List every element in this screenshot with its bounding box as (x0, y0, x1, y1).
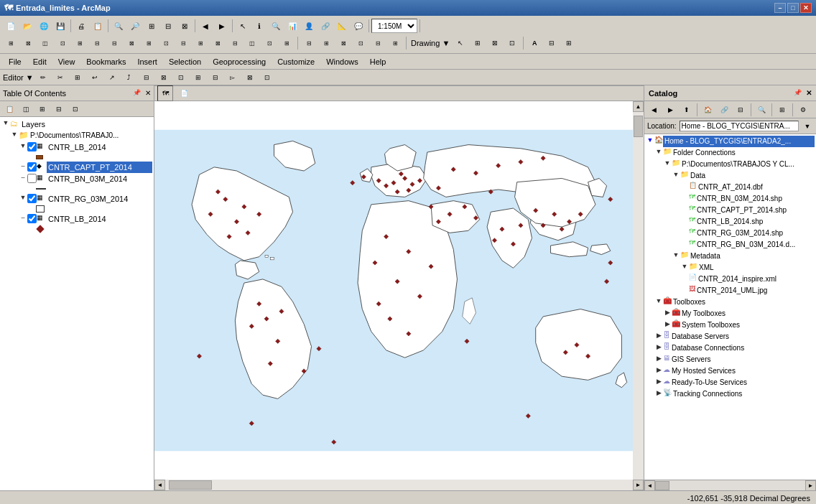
vscroll-up-btn[interactable]: ▲ (633, 101, 644, 112)
layoutview-btn[interactable]: 📄 (176, 85, 192, 101)
cat-home-btn[interactable]: 🏠 (700, 102, 715, 118)
tb2-btn2[interactable]: ⊠ (20, 35, 36, 51)
identify-button[interactable]: ℹ (251, 18, 267, 34)
cat-hosted-label[interactable]: My Hosted Services (670, 365, 815, 377)
hscroll-left-btn[interactable]: ◄ (154, 480, 165, 490)
draw-btn1[interactable]: ⊞ (470, 35, 486, 51)
close-button[interactable]: ✕ (800, 3, 812, 13)
tb2-btn8[interactable]: ⊠ (124, 35, 139, 51)
cat-rtu-expand[interactable]: ▶ (654, 378, 663, 385)
layer3-checkbox[interactable] (27, 174, 37, 183)
hscroll-thumb[interactable] (169, 480, 212, 490)
menu-insert[interactable]: Insert (131, 56, 163, 67)
hscroll-right-btn[interactable]: ► (633, 480, 644, 490)
cat-home-label[interactable]: Home - BLOG_TYCGIS\ENTRADA2_... (663, 136, 815, 147)
hyperlink-button[interactable]: 🔗 (317, 18, 333, 34)
cat-hosted-expand[interactable]: ▶ (654, 366, 663, 373)
cat-disconnect-btn[interactable]: ⊟ (733, 102, 748, 118)
tb2-btn10[interactable]: ⊡ (158, 35, 174, 51)
select-tool[interactable]: ↖ (235, 18, 251, 34)
tb2-btn23[interactable]: ⊞ (387, 35, 403, 51)
layer2-expand[interactable]: – (19, 162, 27, 169)
cat-dbs-label[interactable]: Database Servers (670, 331, 815, 342)
menu-view[interactable]: View (52, 56, 81, 67)
tb2-btn14[interactable]: ⊟ (227, 35, 243, 51)
layer2-checkbox[interactable] (27, 162, 37, 172)
cat-pf-expand[interactable]: ▼ (663, 159, 672, 167)
folder-expand[interactable]: ▼ (10, 131, 19, 138)
layers-expand[interactable]: ▼ (1, 119, 10, 126)
cat-view-btn[interactable]: ⊞ (774, 102, 790, 118)
cat-dbc-expand[interactable]: ▶ (654, 343, 663, 350)
cat-hscroll-left[interactable]: ◄ (644, 480, 655, 491)
toc-btn4[interactable]: ⊟ (51, 101, 67, 117)
cat-tb-expand[interactable]: ▼ (654, 297, 663, 304)
tb2-btn18[interactable]: ⊟ (301, 35, 317, 51)
layer5-label[interactable]: CNTR_LB_2014 (47, 213, 152, 225)
cat-gis-expand[interactable]: ▶ (654, 355, 663, 362)
tb2-btn20[interactable]: ⊠ (335, 35, 351, 51)
layer1-expand[interactable]: ▼ (19, 142, 27, 149)
cat-track-expand[interactable]: ▶ (654, 389, 663, 396)
cat-connect-btn[interactable]: 🔗 (716, 102, 732, 118)
menu-help[interactable]: Help (364, 56, 392, 67)
tb2-btn11[interactable]: ⊟ (175, 35, 191, 51)
toc-close-button[interactable]: ✕ (145, 89, 151, 97)
catalog-hscroll[interactable]: ◄ ► (644, 480, 816, 490)
layer1-label[interactable]: CNTR_LB_2014 (47, 141, 152, 153)
copy-button[interactable]: 📋 (90, 18, 106, 34)
f3-label[interactable]: CNTR_CAPT_PT_2014.shp (695, 205, 815, 216)
html-popup-button[interactable]: 💬 (351, 18, 366, 34)
catalog-pin-btn[interactable]: 📌 (794, 89, 802, 97)
layer2-label[interactable]: CNTR_CAPT_PT_2014 (47, 162, 152, 173)
draw-select[interactable]: ↖ (453, 35, 468, 51)
editor-btn13[interactable]: ⊠ (242, 70, 258, 85)
catalog-close-btn[interactable]: ✕ (806, 89, 812, 97)
cat-systb-label[interactable]: System Toolboxes (680, 319, 815, 331)
cat-dbc-label[interactable]: Database Connections (670, 342, 815, 354)
folder-label[interactable]: P:\Documentos\TRABAJ0... (29, 130, 152, 141)
cat-up-btn[interactable]: ⬆ (679, 102, 695, 118)
inspire-label[interactable]: CNTR_2014_inspire.xml (697, 274, 815, 285)
f1-label[interactable]: CNTR_AT_2014.dbf (697, 182, 815, 193)
editor-btn8[interactable]: ⊠ (156, 70, 172, 85)
minimize-button[interactable]: – (774, 3, 786, 13)
forward-button[interactable]: ▶ (214, 18, 230, 34)
zoom-extent-button[interactable]: ⊞ (144, 18, 159, 34)
layer4-expand[interactable]: ▼ (19, 194, 27, 201)
dataview-btn[interactable]: 🗺 (157, 85, 173, 101)
draw-text[interactable]: A (527, 35, 542, 51)
vscroll-thumb[interactable] (634, 116, 643, 137)
editor-label[interactable]: Editor ▼ (3, 73, 34, 82)
tb2-btn16[interactable]: ⊡ (261, 35, 277, 51)
zoom-full-button[interactable]: ⊠ (177, 18, 193, 34)
cat-rtu-label[interactable]: Ready-To-Use Services (670, 377, 815, 388)
draw-btn5[interactable]: ⊞ (561, 35, 577, 51)
editor-btn9[interactable]: ⊡ (173, 70, 189, 85)
editor-btn2[interactable]: ✂ (52, 70, 68, 85)
cat-track-label[interactable]: Tracking Connections (672, 388, 815, 400)
menu-customize[interactable]: Customize (272, 56, 320, 67)
layer3-label[interactable]: CNTR_BN_03M_2014 (47, 173, 152, 185)
cat-meta-expand[interactable]: ▼ (672, 251, 680, 258)
tb2-btn17[interactable]: ⊞ (279, 35, 295, 51)
f5-label[interactable]: CNTR_RG_03M_2014.shp (695, 228, 815, 239)
location-go-btn[interactable]: ▼ (802, 118, 813, 134)
editor-btn14[interactable]: ⊡ (259, 70, 275, 85)
scale-dropdown[interactable]: 1:150M (371, 19, 417, 33)
menu-geoprocessing[interactable]: Geoprocessing (207, 56, 272, 67)
tb2-btn19[interactable]: ⊞ (318, 35, 334, 51)
toc-btn1[interactable]: 📋 (1, 101, 17, 117)
layer4-checkbox[interactable] (27, 194, 37, 203)
toc-btn3[interactable]: ⊞ (34, 101, 50, 117)
tb2-btn22[interactable]: ⊟ (370, 35, 386, 51)
measure-button[interactable]: 📐 (334, 18, 350, 34)
cat-xml-label[interactable]: XML (697, 262, 815, 274)
tb2-btn21[interactable]: ⊡ (353, 35, 368, 51)
f4-label[interactable]: CNTR_LB_2014.shp (695, 216, 815, 228)
editor-btn3[interactable]: ⊞ (70, 70, 85, 85)
layer4-label[interactable]: CNTR_RG_03M_2014 (47, 193, 152, 205)
draw-btn4[interactable]: ⊟ (544, 35, 560, 51)
save-button[interactable]: 💾 (52, 18, 68, 34)
cat-systb-expand[interactable]: ▶ (663, 320, 672, 327)
